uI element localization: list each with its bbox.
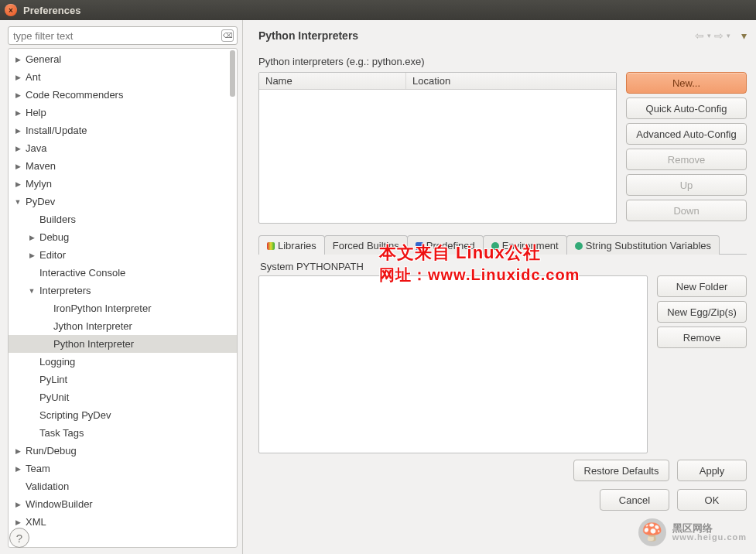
title-bar: × Preferences: [0, 0, 756, 20]
tab-forced-builtins[interactable]: Forced Builtins: [324, 235, 408, 255]
tree-item-validation[interactable]: Validation: [9, 477, 237, 495]
apply-button[interactable]: Apply: [677, 460, 747, 481]
tab-predefined-label: Predefined: [426, 240, 475, 251]
tree-item-interpreters[interactable]: ▼Interpreters: [9, 282, 237, 299]
tree-item-label: Logging: [39, 356, 75, 368]
close-icon[interactable]: ×: [5, 4, 17, 16]
tree-item-label: Jython Interpreter: [53, 320, 132, 332]
tree-item-help[interactable]: ▶Help: [9, 104, 237, 121]
tree-item-label: Interactive Console: [39, 267, 125, 279]
tree-item-general[interactable]: ▶General: [9, 50, 237, 68]
tree-item-label: Debug: [39, 231, 69, 243]
expand-arrow-icon[interactable]: ▶: [27, 251, 36, 259]
interpreters-table[interactable]: Name Location: [258, 72, 617, 224]
tree-item-pydev[interactable]: ▼PyDev: [9, 193, 237, 210]
tree-item-code-recommenders[interactable]: ▶Code Recommenders: [9, 86, 237, 104]
tree-item-windowbuilder[interactable]: ▶WindowBuilder: [9, 495, 237, 513]
tree-item-label: Help: [26, 107, 46, 118]
advanced-auto-config-button[interactable]: Advanced Auto-Config: [626, 123, 747, 145]
tree-item-label: Java: [26, 142, 46, 154]
expand-arrow-icon[interactable]: ▶: [13, 56, 22, 63]
tree-item-java[interactable]: ▶Java: [9, 139, 237, 157]
tree-item-builders[interactable]: Builders: [9, 210, 237, 228]
help-icon[interactable]: ?: [9, 528, 29, 548]
tab-environment-label: Environment: [502, 240, 559, 251]
tree-item-ironpython-interpreter[interactable]: IronPython Interpreter: [9, 299, 237, 317]
tree-item-python-interpreter[interactable]: Python Interpreter: [9, 335, 237, 353]
tab-environment[interactable]: Environment: [483, 235, 567, 255]
new-folder-button[interactable]: New Folder: [657, 275, 747, 297]
tree-item-install-update[interactable]: ▶Install/Update: [9, 121, 237, 139]
tree-item-label: Run/Debug: [26, 445, 77, 457]
expand-arrow-icon[interactable]: ▼: [13, 198, 22, 206]
expand-arrow-icon[interactable]: ▼: [27, 287, 36, 295]
nav-icons: ⇦ ▾ ⇨ ▾ ▾: [695, 29, 747, 42]
expand-arrow-icon[interactable]: ▶: [13, 501, 22, 508]
tree-item-debug[interactable]: ▶Debug: [9, 228, 237, 246]
scrollbar-handle[interactable]: [230, 50, 235, 97]
quick-auto-config-button[interactable]: Quick Auto-Config: [626, 97, 747, 119]
tree-item-label: Team: [26, 463, 50, 474]
tree-item-maven[interactable]: ▶Maven: [9, 157, 237, 175]
tree-item-label: XML: [26, 516, 46, 528]
expand-arrow-icon[interactable]: ▶: [13, 465, 22, 473]
menu-dropdown-icon[interactable]: ▾: [741, 29, 747, 42]
tab-stringsub[interactable]: String Substitution Variables: [566, 235, 720, 255]
expand-arrow-icon[interactable]: ▶: [13, 518, 22, 526]
tree-item-mylyn[interactable]: ▶Mylyn: [9, 175, 237, 193]
tab-libraries-label: Libraries: [278, 240, 316, 251]
expand-arrow-icon[interactable]: ▶: [13, 145, 22, 152]
tree-item-logging[interactable]: Logging: [9, 353, 237, 371]
down-button[interactable]: Down: [626, 200, 747, 221]
tree-item-ant[interactable]: ▶Ant: [9, 68, 237, 86]
expand-arrow-icon[interactable]: ▶: [13, 91, 22, 99]
tree-item-team[interactable]: ▶Team: [9, 460, 237, 477]
tree-item-label: Ant: [26, 71, 41, 83]
remove-button[interactable]: Remove: [626, 149, 747, 170]
tree-item-pyunit[interactable]: PyUnit: [9, 388, 237, 406]
environment-icon: [491, 242, 499, 250]
expand-arrow-icon[interactable]: ▶: [13, 74, 22, 81]
expand-arrow-icon[interactable]: ▶: [13, 180, 22, 188]
cancel-button[interactable]: Cancel: [600, 489, 669, 511]
expand-arrow-icon[interactable]: ▶: [13, 447, 22, 455]
tree-item-interactive-console[interactable]: Interactive Console: [9, 264, 237, 282]
col-name[interactable]: Name: [259, 73, 406, 89]
tree-item-editor[interactable]: ▶Editor: [9, 246, 237, 264]
pythonpath-list[interactable]: [258, 275, 648, 453]
forward-dropdown-icon[interactable]: ▾: [727, 32, 730, 39]
tree-item-task-tags[interactable]: Task Tags: [9, 424, 237, 442]
up-button[interactable]: Up: [626, 174, 747, 196]
expand-arrow-icon[interactable]: ▶: [27, 234, 36, 241]
expand-arrow-icon[interactable]: ▶: [13, 127, 22, 135]
tree-item-label: Scripting PyDev: [39, 409, 111, 421]
new-button[interactable]: New...: [626, 72, 747, 94]
forward-icon[interactable]: ⇨: [714, 29, 724, 42]
tree-item-jython-interpreter[interactable]: Jython Interpreter: [9, 317, 237, 335]
remove-path-button[interactable]: Remove: [657, 327, 747, 348]
tab-predefined[interactable]: Predefined: [407, 235, 484, 255]
tab-libraries[interactable]: Libraries: [258, 235, 325, 255]
tree-item-scripting-pydev[interactable]: Scripting PyDev: [9, 406, 237, 424]
back-dropdown-icon[interactable]: ▾: [707, 32, 711, 39]
tree-item-run-debug[interactable]: ▶Run/Debug: [9, 442, 237, 460]
expand-arrow-icon[interactable]: ▶: [13, 162, 22, 170]
expand-arrow-icon[interactable]: ▶: [13, 109, 22, 117]
tree-item-label: Mylyn: [26, 178, 52, 190]
back-icon[interactable]: ⇦: [695, 29, 704, 42]
main-panel: Python Interpreters ⇦ ▾ ⇨ ▾ ▾ Python int…: [243, 20, 756, 554]
tree-item-label: Task Tags: [39, 427, 84, 439]
new-egg-zip-button[interactable]: New Egg/Zip(s): [657, 301, 747, 323]
tree-item-xml[interactable]: ▶XML: [9, 513, 237, 531]
tree-item-pylint[interactable]: PyLint: [9, 371, 237, 388]
tree-item-label: Python Interpreter: [53, 338, 134, 350]
restore-defaults-button[interactable]: Restore Defaults: [573, 460, 669, 481]
page-title: Python Interpreters: [258, 29, 358, 42]
filter-input[interactable]: [8, 26, 238, 45]
col-location[interactable]: Location: [406, 73, 616, 89]
tree-item-label: PyDev: [26, 196, 55, 207]
clear-icon[interactable]: ⌫: [221, 29, 234, 42]
preferences-tree[interactable]: ▶General▶Ant▶Code Recommenders▶Help▶Inst…: [8, 48, 238, 548]
ok-button[interactable]: OK: [677, 489, 747, 511]
tree-item-label: Validation: [26, 480, 69, 492]
